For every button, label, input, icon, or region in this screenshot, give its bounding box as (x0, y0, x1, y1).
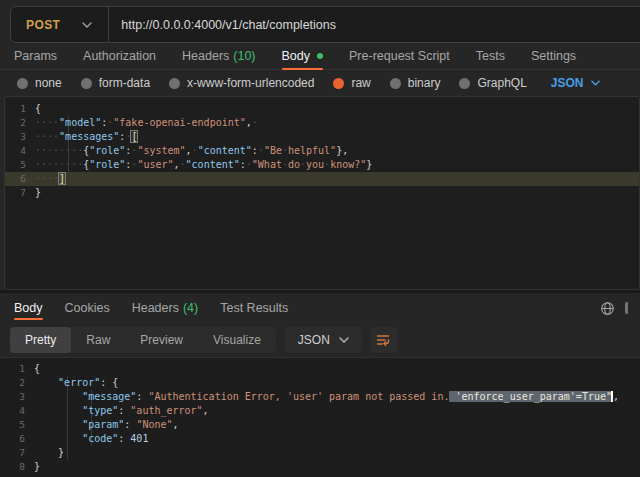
tab-label: Body (14, 301, 43, 315)
body-type-options: noneform-datax-www-form-urlencodedrawbin… (17, 76, 527, 90)
request-url-bar: POST http://0.0.0.0:4000/v1/chat/complet… (10, 6, 640, 43)
line-number[interactable]: 1 (4, 362, 34, 376)
tab-headers[interactable]: Headers(10) (182, 43, 255, 69)
response-body-editor[interactable]: 1{2 "error": {3 "message": "Authenticati… (0, 357, 640, 477)
line-number[interactable]: 2 (5, 116, 35, 130)
code-line: 2····"model":·"fake-openai-endpoint",· (5, 116, 639, 130)
code-line: 6 "code": 401 (4, 432, 640, 446)
code-line: 4 "type": "auth_error", (4, 404, 640, 418)
tab-label: Params (14, 49, 57, 63)
tab-label: Authorization (83, 49, 156, 63)
code-line: 3····"messages":·[ (5, 130, 639, 144)
tab-params[interactable]: Params (14, 43, 57, 69)
radio-label: binary (408, 76, 441, 90)
view-raw[interactable]: Raw (71, 327, 125, 353)
code-line: 8} (4, 460, 640, 474)
radio-icon (390, 78, 401, 89)
chevron-down-icon (339, 337, 349, 343)
radio-label: GraphQL (477, 76, 526, 90)
code-text: "error": { (34, 376, 118, 390)
code-line: 1{ (4, 362, 640, 376)
tab-headers[interactable]: Headers(4) (132, 293, 199, 323)
radio-icon (333, 78, 344, 89)
chevron-down-icon (82, 22, 92, 28)
line-number[interactable]: 6 (4, 432, 34, 446)
code-text: ····] (35, 172, 65, 186)
body-type-binary[interactable]: binary (390, 76, 441, 90)
code-text: } (35, 186, 41, 200)
code-line: 4········{"role":·"system",·"content":·"… (5, 144, 639, 158)
tab-test-results[interactable]: Test Results (220, 293, 288, 323)
code-text: ········{"role":·"system",·"content":·"B… (35, 144, 348, 158)
tab-count-badge: (10) (233, 49, 255, 63)
tab-tests[interactable]: Tests (476, 43, 505, 69)
url-input[interactable]: http://0.0.0.0:4000/v1/chat/completions (109, 18, 348, 32)
body-type-row: noneform-datax-www-form-urlencodedrawbin… (0, 70, 640, 96)
code-text: { (35, 102, 41, 116)
body-type-form-data[interactable]: form-data (81, 76, 150, 90)
tab-label: Pre-request Script (349, 49, 450, 63)
body-type-raw[interactable]: raw (333, 76, 370, 90)
tab-body[interactable]: Body (14, 293, 43, 323)
response-tabs: BodyCookiesHeaders(4)Test Results (0, 293, 640, 323)
code-line: 3 "message": "Authentication Error, 'use… (4, 390, 640, 404)
code-text: } (34, 446, 64, 460)
line-number[interactable]: 4 (5, 144, 35, 158)
tab-pre-request-script[interactable]: Pre-request Script (349, 43, 450, 69)
code-text: ····"messages":·[ (35, 130, 137, 144)
line-number[interactable]: 3 (5, 130, 35, 144)
body-type-x-www-form-urlencoded[interactable]: x-www-form-urlencoded (169, 76, 314, 90)
code-line: 5········{"role":·"user",·"content":·"Wh… (5, 158, 639, 172)
method-select[interactable]: POST (11, 7, 108, 42)
code-text: "param": "None", (34, 418, 179, 432)
code-text: "code": 401 (34, 432, 148, 446)
code-line: 2 "error": { (4, 376, 640, 390)
line-number[interactable]: 5 (4, 418, 34, 432)
response-language-label: JSON (298, 333, 330, 347)
view-preview[interactable]: Preview (125, 327, 198, 353)
view-pretty[interactable]: Pretty (10, 327, 71, 353)
code-text: ········{"role":·"user",·"content":·"Wha… (35, 158, 372, 172)
line-number[interactable]: 6 (5, 172, 35, 186)
code-text: "message": "Authentication Error, 'user'… (34, 390, 619, 404)
radio-icon (81, 78, 92, 89)
line-number[interactable]: 2 (4, 376, 34, 390)
request-body-editor[interactable]: 1{2····"model":·"fake-openai-endpoint",·… (4, 96, 640, 290)
method-label: POST (26, 18, 60, 32)
chevron-down-icon (591, 80, 600, 86)
tab-cookies[interactable]: Cookies (65, 293, 110, 323)
wrap-text-button[interactable] (370, 327, 397, 353)
code-line: 7 } (4, 446, 640, 460)
code-text: "type": "auth_error", (34, 404, 209, 418)
code-line: 1{ (5, 102, 639, 116)
body-language-label: JSON (551, 76, 584, 90)
code-text: { (34, 362, 40, 376)
tab-count-badge: (4) (183, 301, 198, 315)
radio-label: x-www-form-urlencoded (187, 76, 314, 90)
response-meta (600, 301, 626, 316)
body-type-none[interactable]: none (17, 76, 62, 90)
line-number[interactable]: 7 (5, 186, 35, 200)
line-number[interactable]: 3 (4, 390, 34, 404)
response-view-switch: PrettyRawPreviewVisualize (10, 327, 276, 353)
tab-authorization[interactable]: Authorization (83, 43, 156, 69)
selected-text: 'enforce_user_param'=True" (449, 391, 612, 402)
line-number[interactable]: 7 (4, 446, 34, 460)
body-type-graphql[interactable]: GraphQL (459, 76, 526, 90)
body-language-select[interactable]: JSON (551, 76, 600, 90)
code-line: 6····] (5, 172, 639, 186)
code-line: 7} (5, 186, 639, 200)
tab-settings[interactable]: Settings (531, 43, 576, 69)
response-language-select[interactable]: JSON (285, 327, 362, 353)
code-text: } (34, 460, 40, 474)
line-number[interactable]: 8 (4, 460, 34, 474)
globe-icon[interactable] (600, 301, 615, 316)
radio-icon (17, 78, 28, 89)
response-toolbar: PrettyRawPreviewVisualize JSON (10, 327, 640, 353)
tab-body[interactable]: Body (282, 43, 324, 69)
line-number[interactable]: 4 (4, 404, 34, 418)
tab-label: Settings (531, 49, 576, 63)
line-number[interactable]: 1 (5, 102, 35, 116)
line-number[interactable]: 5 (5, 158, 35, 172)
view-visualize[interactable]: Visualize (198, 327, 276, 353)
